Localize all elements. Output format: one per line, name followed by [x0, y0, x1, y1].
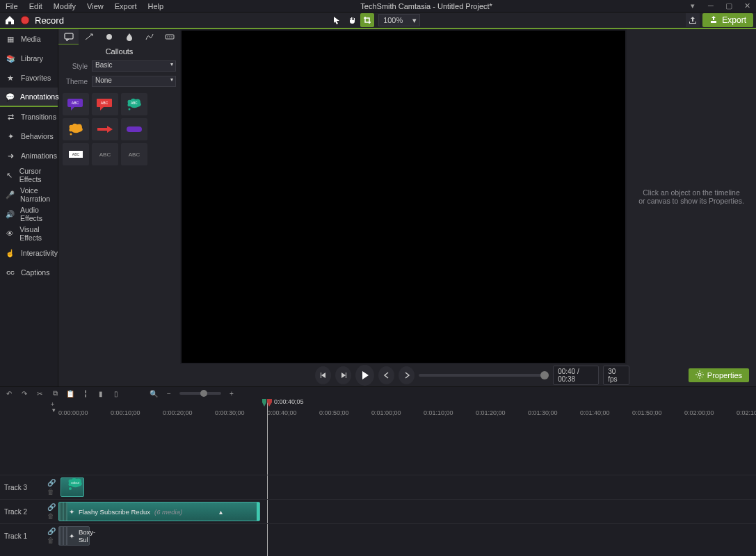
split-icon[interactable]: ╏ — [81, 390, 90, 398]
annotation-tab-shapes[interactable] — [99, 29, 119, 44]
home-icon[interactable] — [4, 15, 15, 26]
top-toolbar: Record 100% Export — [0, 13, 756, 29]
callout-thought-green[interactable]: ABC — [121, 93, 147, 115]
annotation-tab-arrows[interactable] — [79, 29, 99, 44]
properties-button[interactable]: Properties — [689, 368, 749, 382]
track-1-label[interactable]: Track 1🔗🗑 — [0, 523, 58, 548]
ruler-tick: 0:01:50;00 — [632, 409, 662, 416]
trash-icon[interactable]: 🗑 — [47, 512, 56, 520]
hand-tool[interactable] — [345, 13, 359, 27]
minimize-icon[interactable]: ─ — [702, 1, 720, 10]
play-progress[interactable] — [419, 374, 549, 377]
collapse-tracks-icon[interactable]: ▾ — [52, 407, 56, 414]
crop-tool[interactable] — [360, 13, 374, 27]
canvas-preview[interactable] — [182, 31, 625, 363]
track-1-lane[interactable]: ✦Boxy-Sul — [58, 523, 756, 548]
annotation-tab-keystroke[interactable] — [160, 29, 180, 44]
nav-media[interactable]: ▦Media — [0, 29, 58, 49]
window-title: TechSmith Camtasia - Untitled Project* — [169, 2, 684, 10]
style-select[interactable]: Basic — [92, 60, 176, 72]
nav-captions[interactable]: CCCaptions — [0, 263, 58, 282]
nav-behaviors[interactable]: ✦Behaviors — [0, 126, 58, 146]
play-button[interactable] — [355, 365, 374, 386]
track-2-label[interactable]: Track 2🔗🗑 — [0, 499, 58, 523]
nav-transitions[interactable]: ⇄Transitions — [0, 107, 58, 126]
timeline-zoom-knob[interactable] — [200, 390, 207, 397]
record-icon[interactable] — [19, 15, 31, 26]
nav-animations[interactable]: ➜Animations — [0, 146, 58, 165]
zoom-out-icon[interactable]: − — [164, 390, 174, 398]
callout-text-plain[interactable]: ABC — [92, 143, 118, 165]
star-icon: ★ — [6, 73, 15, 83]
annotation-tab-sketch[interactable] — [140, 29, 160, 44]
callout-arrow-red[interactable] — [92, 118, 118, 140]
marker2-icon[interactable]: ▯ — [111, 390, 121, 398]
next-frame-button[interactable] — [335, 366, 351, 384]
menu-file[interactable]: File — [0, 2, 24, 10]
callout-pill-purple[interactable] — [121, 118, 147, 140]
prev-frame-button[interactable] — [315, 366, 331, 384]
zoomfit-icon[interactable]: 🔍 — [149, 390, 159, 398]
callout-thought-orange[interactable] — [63, 118, 89, 140]
menu-modify[interactable]: Modify — [48, 2, 81, 10]
step-fwd-button[interactable] — [399, 366, 415, 384]
menu-view[interactable]: View — [81, 2, 109, 10]
nav-library[interactable]: 📚Library — [0, 49, 58, 68]
pointer-tool[interactable] — [330, 13, 344, 27]
link-icon[interactable]: 🔗 — [47, 479, 56, 486]
menu-edit[interactable]: Edit — [24, 2, 48, 10]
callout-rect-white[interactable]: ABC — [63, 143, 89, 165]
nav-cursor-effects[interactable]: ↖Cursor Effects — [0, 165, 58, 185]
svg-line-24 — [697, 377, 698, 377]
clip-thought-bubble[interactable]: callout — [61, 477, 84, 497]
timeline-ruler[interactable]: 0:00:00;000:00:10;000:00:20;000:00:30;00… — [58, 400, 756, 418]
play-knob[interactable] — [540, 371, 549, 379]
callout-text-plain-2[interactable]: ABC — [121, 143, 147, 165]
cut-icon[interactable]: ✂ — [35, 390, 45, 398]
track-3-lane[interactable]: callout — [58, 475, 756, 499]
nav-audio-effects[interactable]: 🔊Audio Effects — [0, 204, 58, 224]
ruler-tick: 0:00:20;00 — [163, 409, 193, 416]
theme-select[interactable]: None — [92, 76, 176, 87]
ruler-tick: 0:00:30;00 — [215, 409, 245, 416]
track-area[interactable]: callout ✦Flashy Subscribe Redux(6 media)… — [58, 418, 756, 556]
canvas-zoom-select[interactable]: 100% — [378, 14, 420, 26]
marker-icon[interactable]: ▮ — [96, 390, 106, 398]
maximize-icon[interactable]: ▢ — [720, 1, 738, 10]
caret-down-icon[interactable]: ▾ — [684, 1, 702, 10]
menu-export[interactable]: Export — [109, 2, 143, 10]
share-button[interactable] — [686, 13, 700, 27]
zoom-in-icon[interactable]: + — [227, 390, 236, 398]
link-icon[interactable]: 🔗 — [47, 528, 56, 535]
close-icon[interactable]: ✕ — [738, 1, 756, 10]
ruler-tick: 0:00:40;00 — [267, 409, 297, 416]
trash-icon[interactable]: 🗑 — [47, 488, 56, 496]
record-button[interactable]: Record — [35, 15, 64, 26]
trash-icon[interactable]: 🗑 — [47, 537, 56, 544]
undo-icon[interactable]: ↶ — [4, 390, 14, 398]
nav-annotations[interactable]: 💬Annotations — [0, 88, 58, 107]
callout-speech-red[interactable]: ABC — [92, 93, 118, 115]
step-back-button[interactable] — [378, 366, 394, 384]
timeline-zoom-slider[interactable] — [179, 392, 221, 395]
clip-flashy-subscribe[interactable]: ✦Flashy Subscribe Redux(6 media)▴ — [58, 502, 260, 521]
redo-icon[interactable]: ↷ — [19, 390, 29, 398]
nav-visual-effects[interactable]: 👁Visual Effects — [0, 224, 58, 243]
export-button[interactable]: Export — [702, 13, 753, 27]
properties-label: Properties — [707, 371, 742, 379]
nav-voice-narration[interactable]: 🎤Voice Narration — [0, 185, 58, 204]
nav-favorites[interactable]: ★Favorites — [0, 68, 58, 88]
menu-help[interactable]: Help — [143, 2, 170, 10]
link-icon[interactable]: 🔗 — [47, 503, 56, 511]
clip-boxy[interactable]: ✦Boxy-Sul — [58, 526, 90, 546]
annotation-tab-callouts[interactable] — [58, 29, 79, 44]
nav-interactivity[interactable]: ☝Interactivity — [0, 243, 58, 263]
paste-icon[interactable]: 📋 — [65, 390, 75, 398]
track-3-label[interactable]: Track 3🔗🗑 — [0, 475, 58, 499]
gear-icon — [695, 370, 704, 380]
ruler-tick: 0:01:40;00 — [580, 409, 610, 416]
track-2-lane[interactable]: ✦Flashy Subscribe Redux(6 media)▴ — [58, 499, 756, 523]
annotation-tab-blur[interactable] — [120, 29, 140, 44]
callout-speech-purple[interactable]: ABC — [63, 93, 89, 115]
copy-icon[interactable]: ⧉ — [50, 389, 60, 398]
